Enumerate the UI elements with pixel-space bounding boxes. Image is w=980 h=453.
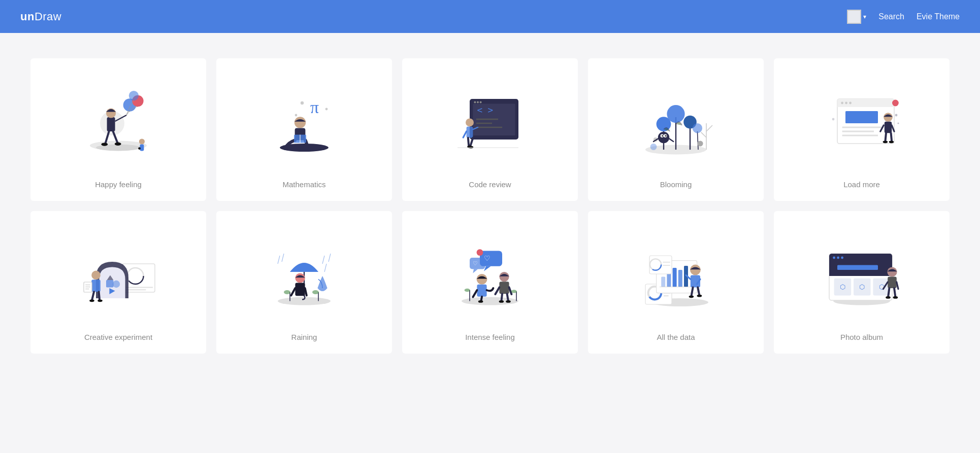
svg-point-187 — [887, 267, 897, 276]
svg-point-83 — [892, 100, 899, 107]
svg-point-41 — [469, 146, 474, 149]
svg-point-69 — [845, 102, 847, 104]
logo: unDraw — [20, 10, 61, 23]
svg-point-170 — [689, 295, 694, 298]
card-label-code-review: Code review — [469, 180, 511, 191]
svg-line-100 — [99, 292, 100, 300]
search-link[interactable]: Search — [878, 12, 904, 21]
svg-line-130 — [473, 290, 477, 297]
illustration-grid: Happy feeling π — [30, 58, 950, 354]
illustration-creative-experiment — [41, 221, 196, 323]
svg-line-64 — [701, 132, 706, 137]
main-content: Happy feeling π — [0, 33, 980, 379]
svg-rect-134 — [499, 282, 509, 294]
svg-point-133 — [499, 272, 509, 282]
svg-line-112 — [305, 288, 307, 295]
illustration-photo-album: ⬡ ⬡ ⬡ — [784, 221, 939, 323]
svg-point-171 — [697, 295, 702, 297]
svg-point-140 — [506, 300, 511, 303]
svg-text:♡: ♡ — [473, 260, 478, 266]
evie-theme-link[interactable]: Evie Theme — [917, 12, 960, 21]
svg-rect-35 — [467, 126, 473, 137]
svg-point-101 — [89, 299, 94, 302]
svg-line-135 — [495, 287, 499, 294]
illustration-raining — [226, 221, 382, 323]
card-label-blooming: Blooming — [660, 180, 692, 191]
svg-line-39 — [468, 138, 469, 147]
header: unDraw ▾ Search Evie Theme — [0, 0, 980, 33]
svg-text:⬡: ⬡ — [859, 283, 865, 291]
card-mathematics[interactable]: π Mathematics — [216, 58, 392, 201]
svg-point-52 — [650, 144, 657, 150]
svg-point-114 — [284, 290, 290, 294]
card-all-the-data[interactable]: All the data — [588, 211, 764, 354]
svg-rect-14 — [140, 145, 144, 151]
svg-point-51 — [693, 123, 702, 133]
svg-point-33 — [480, 101, 482, 103]
card-photo-album[interactable]: ⬡ ⬡ ⬡ — [774, 211, 950, 354]
card-label-intense-feeling: Intense feeling — [465, 333, 515, 343]
card-creative-experiment[interactable]: Creative experiment — [30, 211, 206, 354]
svg-rect-3 — [107, 117, 115, 131]
svg-line-117 — [278, 256, 280, 264]
svg-point-102 — [97, 299, 103, 302]
svg-line-138 — [507, 294, 508, 301]
svg-point-70 — [849, 102, 852, 104]
svg-point-13 — [139, 138, 145, 144]
color-box[interactable] — [847, 10, 861, 24]
svg-rect-97 — [91, 280, 101, 292]
svg-point-142 — [465, 289, 470, 292]
svg-line-192 — [894, 288, 895, 297]
card-load-more[interactable]: Load more — [774, 58, 950, 201]
svg-line-118 — [282, 254, 284, 262]
svg-line-121 — [324, 264, 326, 272]
illustration-intense-feeling: ♡ ♡ — [412, 221, 568, 323]
svg-point-176 — [833, 257, 835, 259]
svg-line-79 — [885, 133, 886, 142]
svg-line-80 — [891, 133, 892, 142]
svg-line-190 — [897, 282, 898, 289]
card-code-review[interactable]: < > — [402, 58, 578, 201]
svg-point-128 — [477, 274, 487, 285]
svg-rect-180 — [837, 265, 878, 270]
svg-point-55 — [658, 132, 669, 143]
svg-point-8 — [101, 143, 108, 146]
svg-point-177 — [837, 257, 839, 259]
card-happy-feeling[interactable]: Happy feeling — [30, 58, 206, 201]
svg-point-139 — [499, 300, 504, 303]
svg-point-59 — [665, 135, 666, 136]
svg-point-31 — [474, 101, 476, 103]
illustration-mathematics: π — [226, 68, 382, 170]
svg-line-61 — [669, 138, 673, 142]
svg-rect-71 — [845, 111, 878, 123]
svg-rect-153 — [661, 277, 665, 287]
svg-point-81 — [883, 141, 888, 143]
illustration-blooming — [598, 68, 754, 170]
svg-point-82 — [889, 141, 894, 143]
svg-rect-129 — [477, 285, 486, 297]
svg-line-191 — [888, 288, 889, 297]
card-blooming[interactable]: Blooming — [588, 58, 764, 201]
svg-point-178 — [841, 257, 843, 259]
svg-point-194 — [893, 296, 898, 299]
svg-point-19 — [295, 114, 298, 117]
svg-line-136 — [509, 287, 512, 294]
svg-rect-110 — [295, 283, 305, 296]
svg-line-37 — [463, 131, 466, 137]
svg-point-132 — [478, 300, 483, 303]
svg-line-169 — [698, 287, 699, 295]
svg-rect-92 — [106, 280, 113, 287]
chevron-down-icon: ▾ — [863, 13, 866, 20]
svg-rect-76 — [885, 122, 892, 133]
svg-point-93 — [113, 281, 120, 288]
svg-point-32 — [477, 101, 479, 103]
svg-point-164 — [690, 265, 701, 275]
svg-point-193 — [886, 296, 891, 299]
svg-line-137 — [501, 294, 502, 301]
card-raining[interactable]: Raining — [216, 211, 392, 354]
svg-point-144 — [511, 290, 517, 293]
card-intense-feeling[interactable]: ♡ ♡ — [402, 211, 578, 354]
svg-line-119 — [322, 256, 324, 264]
color-picker[interactable]: ▾ — [847, 10, 866, 24]
card-label-happy-feeling: Happy feeling — [95, 180, 142, 191]
